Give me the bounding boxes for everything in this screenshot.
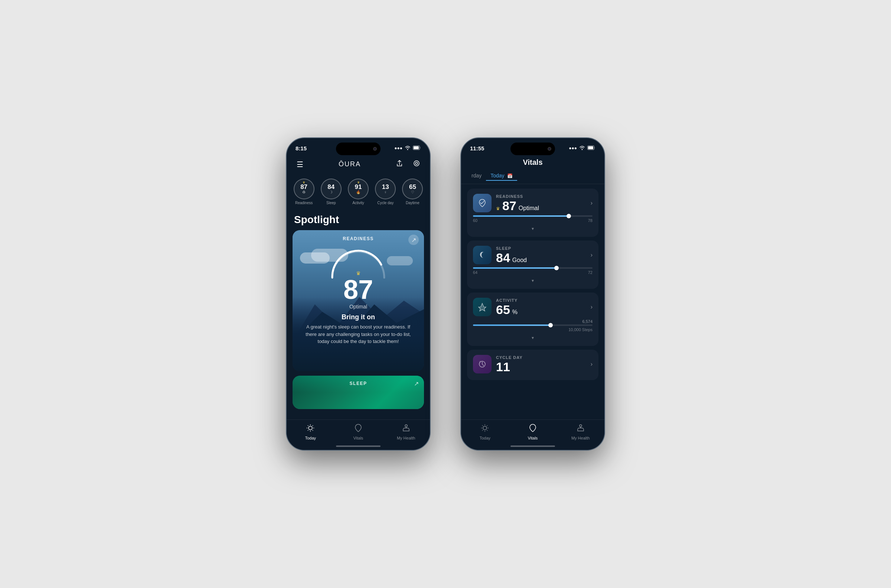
menu-icon[interactable]: ☰ [294,160,306,169]
score-number-sleep: 84 [327,184,334,190]
sleep-progress-labels: 64 72 [473,270,592,275]
score-circle-cycle: 13 ♀ [375,178,396,200]
sleep-expand[interactable]: ▾ [473,277,592,284]
score-number-daytime: 65 [409,184,416,190]
activity-category-label: ACTIVITY [496,298,518,303]
today-tab-icon-right [480,423,489,435]
vital-card-sleep[interactable]: SLEEP 84 Good › [467,240,598,289]
battery-icon-right [587,146,596,151]
vital-cycle-left: CYCLE DAY 11 [473,355,523,374]
readiness-card[interactable]: ↗ READINESS ♛ 87 Optimal [292,230,424,371]
vital-card-readiness[interactable]: READINESS ♛ 87 Optimal › [467,189,598,237]
tab-today-left[interactable]: Today [299,423,321,440]
cycle-symbol: ♀ [384,190,387,194]
camera-dot-right [548,147,551,151]
vital-card-activity[interactable]: ACTIVITY 65 % › 6,574 [467,292,598,346]
score-readiness[interactable]: ♛ 87 ♻ Readiness [290,176,317,208]
health-tab-label-right: My Health [572,436,590,440]
phones-container: 8:15 ●●● [286,137,605,451]
sleep-card-preview[interactable]: SLEEP ↗ [292,376,424,409]
activity-chevron: ▾ [532,335,534,340]
score-activity[interactable]: ♛ 91 🔥 Activity [345,176,372,208]
right-phone: 11:55 ●●● [460,137,605,451]
readiness-card-label: READINESS [343,236,374,241]
date-tab-yesterday[interactable]: rday [467,171,486,181]
readiness-label-right: Optimal [519,205,539,212]
sleep-arrow-right[interactable]: › [591,252,592,258]
status-time-left: 8:15 [296,145,307,152]
date-tab-today[interactable]: Today 📅 [486,171,517,181]
tab-vitals-right[interactable]: Vitals [522,423,544,440]
home-indicator-left [336,446,381,447]
activity-goal: 10,000 Steps [568,327,592,332]
svg-line-26 [487,430,488,430]
vitals-tab-icon-right [528,423,537,435]
score-label-daytime: Daytime [406,201,420,205]
tab-today-right[interactable]: Today [474,423,496,440]
tab-health-left[interactable]: My Health [395,423,417,440]
spotlight-title: Spotlight [286,211,430,230]
score-circle-readiness: ♛ 87 ♻ [294,178,315,200]
vitals-tab-label-right: Vitals [528,436,538,440]
vital-readiness-icon-box [473,194,492,212]
readiness-min: 60 [473,218,477,223]
score-circle-sleep: 84 ☽ [321,178,342,200]
score-label-readiness: Readiness [295,201,313,205]
score-sleep[interactable]: 84 ☽ Sleep [317,176,345,208]
sleep-label-right: Good [512,257,527,264]
sleep-symbol: ☽ [329,190,333,194]
vital-cycle-header: CYCLE DAY 11 › [473,355,592,374]
vital-card-cycle[interactable]: CYCLE DAY 11 › [467,350,598,380]
readiness-score-right: 87 [502,200,516,212]
score-number-cycle: 13 [382,184,389,190]
left-phone-screen: 8:15 ●●● [286,138,430,450]
wifi-icon-left [405,146,411,151]
activity-symbol: 🔥 [356,190,360,194]
score-circle-activity: ♛ 91 🔥 [348,178,369,200]
activity-track [473,324,592,326]
vital-cycle-icon-box [473,355,492,374]
readiness-arc [325,244,392,278]
vitals-title: Vitals [468,158,597,166]
target-icon[interactable] [411,160,423,169]
svg-line-27 [482,430,483,430]
activity-expand[interactable]: ▾ [473,334,592,341]
score-number-readiness: 87 [300,184,308,190]
activity-arrow-right[interactable]: › [591,304,592,310]
svg-rect-18 [588,146,593,149]
cycle-arrow-right[interactable]: › [591,361,592,368]
status-icons-left: ●●● [394,146,421,151]
left-phone: 8:15 ●●● [286,137,430,451]
dynamic-island-right [510,142,555,155]
vital-activity-icon-box [473,298,492,316]
cycle-score-right: 11 [496,360,510,373]
vitals-scroll: READINESS ♛ 87 Optimal › [461,184,604,436]
readiness-fill [473,215,569,217]
sleep-chevron: ▾ [532,278,534,283]
svg-point-2 [414,161,419,166]
score-cycle[interactable]: 13 ♀ Cycle day [372,176,399,208]
tab-health-right[interactable]: My Health [570,423,592,440]
activity-fill [473,324,550,326]
svg-line-14 [313,425,313,426]
readiness-arrow-right[interactable]: › [591,200,592,206]
score-daytime[interactable]: 65 ♡ Daytime [399,176,426,208]
today-tab-label-right: Today [480,436,490,440]
right-phone-screen: 11:55 ●●● [461,138,604,450]
tab-vitals-left[interactable]: Vitals [347,423,369,440]
readiness-thumb [567,214,571,218]
readiness-expand[interactable]: ▾ [473,225,592,232]
readiness-max: 78 [588,218,592,223]
readiness-category-label: READINESS [496,194,539,199]
health-tab-label-left: My Health [397,436,416,440]
sleep-card-label: SLEEP [350,381,367,386]
sleep-min: 64 [473,270,477,275]
share-icon[interactable] [393,160,405,169]
svg-line-12 [313,430,313,430]
activity-score-row: 65 % [496,303,518,316]
score-label-activity: Activity [352,201,364,205]
status-icons-right: ●●● [569,146,596,151]
wifi-icon-right [579,146,585,151]
sleep-fill [473,267,556,269]
vital-readiness-info: READINESS ♛ 87 Optimal [496,194,539,212]
